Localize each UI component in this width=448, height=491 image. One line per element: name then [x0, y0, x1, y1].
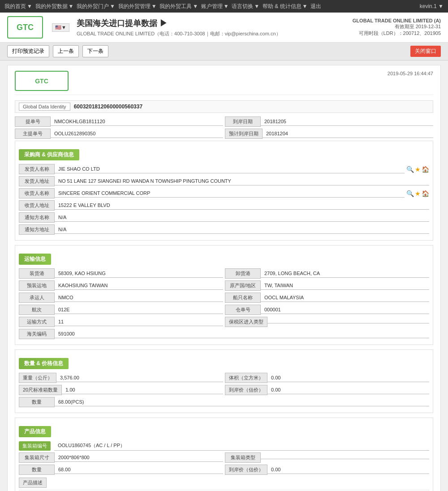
dest-port-value: 2709, LONG BEACH, CA — [261, 269, 429, 278]
consignee-search-icon[interactable]: 🔍 — [406, 190, 414, 197]
volume-label: 体积（立方米） — [225, 373, 267, 383]
nav-home[interactable]: 我的首页 — [4, 3, 26, 10]
consignee-addr-label: 收货人地址 — [19, 200, 55, 211]
weight-value: 3,576.00 — [56, 374, 223, 382]
main-content: GTC 2019-05-29 16:44:47 Global Data Iden… — [0, 60, 448, 491]
shipper-star-icon[interactable]: ★ — [415, 166, 421, 173]
place-receipt-pair: 预装运地 KAOHSIUNG TAIWAN — [19, 280, 223, 291]
consignee-addr-row: 收货人地址 15222 E VALLEY BLVD — [19, 200, 429, 211]
main-bill-value: OOLU2612890350 — [51, 129, 223, 138]
main-bill-estimated-row: 主提单号 OOLU2612890350 预计到岸日期 20181204 — [15, 129, 433, 139]
arrival-price-value: 0.00 — [267, 386, 429, 394]
weight-label: 重量（公斤） — [19, 373, 56, 383]
product-desc-label: 产品描述 — [19, 478, 47, 488]
flag-selector[interactable]: 🇺🇸 ▼ — [52, 23, 69, 32]
prev-button[interactable]: 上一条 — [53, 45, 79, 57]
container-type-value — [261, 456, 429, 459]
page-header: GTC 🇺🇸 ▼ 美国海关进口提单数据 ▶ GLOBAL TRADE ONLIN… — [0, 13, 448, 43]
voyage-label: 航次 — [19, 305, 55, 315]
container-no-label: 集装箱编号 — [19, 441, 51, 451]
arrival-date-value: 20181205 — [261, 117, 433, 126]
logo-area: GTC — [7, 16, 43, 39]
customs-code-value: 591000 — [55, 330, 429, 338]
product-desc-container: 产品描述 68 PCS=2 PLTS RICE GRIDER, LUBRICAT… — [19, 478, 429, 491]
origin-port-label: 装货港 — [19, 268, 55, 279]
close-button[interactable]: 关闭窗口 — [410, 46, 441, 57]
notify-addr-label: 通知方地址 — [19, 224, 55, 235]
volume-value: 0.00 — [267, 374, 429, 382]
weight-volume-row: 重量（公斤） 3,576.00 体积（立方米） 0.00 — [19, 373, 429, 383]
product-price-value: 0.00 — [267, 465, 429, 474]
carrier-pair: 承运人 NMCO — [19, 293, 223, 303]
container20-pair: 20尺标准箱数量 1.00 — [19, 385, 223, 395]
buyer-supplier-header: 采购商 & 供应商信息 — [19, 149, 79, 160]
bill-no-value: NMCOKHLGB1811120 — [51, 117, 223, 126]
container-size-type-row: 集装箱尺寸 2000*806*800 集装箱类型 — [19, 452, 429, 463]
company-logo: GTC — [7, 16, 43, 39]
shipper-addr-row: 发货人地址 NO 51 LANE 127 SIANGNEI RD WANDA N… — [19, 176, 429, 186]
nav-logout[interactable]: 退出 — [310, 3, 321, 10]
consignee-home-icon[interactable]: 🏠 — [422, 190, 429, 197]
quantity-price-section: 数量 & 价格信息 重量（公斤） 3,576.00 体积（立方米） 0.00 2… — [15, 349, 433, 413]
top-navigation: 我的首页 ▼ 我的外贸数据 ▼ 我的外贸门户 ▼ 我的外贸管理 ▼ 我的外贸工具… — [0, 0, 448, 13]
transport-bonded-row: 运输方式 11 保税区进入类型 — [19, 317, 429, 327]
dest-port-pair: 卸货港 2709, LONG BEACH, CA — [225, 268, 429, 279]
origin-country-label: 原产国/地区 — [225, 280, 261, 291]
bonded-label: 保税区进入类型 — [225, 317, 267, 327]
user-menu[interactable]: kevin.1 ▼ — [420, 3, 444, 9]
estimated-date-pair: 预计到岸日期 20181204 — [225, 129, 433, 139]
consignee-name-value: SINCERE ORIENT COMMERCIAL CORP — [55, 189, 405, 198]
nav-management[interactable]: 我的外贸管理 — [118, 3, 151, 10]
next-button[interactable]: 下一条 — [82, 45, 108, 57]
product-qty-pair: 数量 68.00 — [19, 465, 223, 475]
place-receipt-label: 预装运地 — [19, 280, 55, 291]
carrier-label: 承运人 — [19, 293, 55, 303]
transport-mode-label: 运输方式 — [19, 317, 55, 327]
product-section: 产品信息 集装箱编号 OOLU1860745（AC / L / PP） 集装箱尺… — [15, 418, 433, 491]
notify-addr-value: N/A — [55, 225, 429, 234]
nav-help[interactable]: 帮助 & 统计信息 — [263, 3, 302, 10]
bonded-pair: 保税区进入类型 — [225, 317, 429, 327]
voyage-manifest-row: 航次 012E 仓单号 000001 — [19, 305, 429, 315]
header-contact: GLOBAL TRADE ONLINE LIMITED（电话：400-710-3… — [77, 30, 353, 37]
notify-name-label: 通知方名称 — [19, 212, 55, 223]
arrival-price-pair: 到岸价（估价） 0.00 — [225, 385, 429, 395]
transport-mode-value: 11 — [55, 318, 223, 326]
arrival-price-label: 到岸价（估价） — [225, 385, 267, 395]
product-header: 产品信息 — [19, 426, 51, 437]
nav-trade-data[interactable]: 我的外贸数据 — [35, 3, 68, 10]
nav-tools[interactable]: 我的外贸工具 — [159, 3, 192, 10]
shipper-home-icon[interactable]: 🏠 — [422, 166, 429, 173]
product-qty-price-row: 数量 68.00 到岸价（估价） 0.00 — [19, 465, 429, 475]
product-price-pair: 到岸价（估价） 0.00 — [225, 465, 429, 475]
nav-account[interactable]: 账户管理 — [201, 3, 223, 10]
buyer-supplier-section: 采购商 & 供应商信息 发货人名称 JIE SHAO CO LTD 🔍 ★ 🏠 … — [15, 141, 433, 241]
container-type-pair: 集装箱类型 — [225, 452, 429, 463]
nav-portal[interactable]: 我的外贸门户 — [77, 3, 109, 10]
container-size-value: 2000*806*800 — [55, 453, 223, 462]
arrival-date-label: 到岸日期 — [225, 116, 261, 127]
consignee-star-icon[interactable]: ★ — [415, 190, 421, 197]
voyage-value: 012E — [55, 306, 223, 314]
doc-logo: GTC — [15, 71, 69, 91]
container-type-label: 集装箱类型 — [225, 452, 261, 463]
estimated-date-label: 预计到岸日期 — [225, 129, 263, 139]
doc-timestamp: 2019-05-29 16:44:47 — [388, 71, 433, 76]
vessel-pair: 船只名称 OOCL MALAYSIA — [225, 293, 429, 303]
flag-arrow: ▼ — [61, 25, 66, 30]
shipper-icons: 🔍 ★ 🏠 — [406, 166, 429, 173]
shipper-name-label: 发货人名称 — [19, 164, 55, 174]
shipper-addr-label: 发货人地址 — [19, 176, 55, 186]
shipper-search-icon[interactable]: 🔍 — [406, 166, 414, 173]
header-center: 美国海关进口提单数据 ▶ GLOBAL TRADE ONLINE LIMITED… — [77, 18, 353, 37]
header-right: GLOBAL TRADE ONLINE LIMITED (A) 有效期至 201… — [353, 18, 441, 37]
notify-name-row: 通知方名称 N/A — [19, 212, 429, 223]
container-no-row: 集装箱编号 OOLU1860745（AC / L / PP） — [19, 441, 429, 451]
container-size-pair: 集装箱尺寸 2000*806*800 — [19, 452, 223, 463]
nav-language[interactable]: 语言切换 — [232, 3, 253, 10]
quantity-price-header: 数量 & 价格信息 — [19, 358, 69, 369]
origin-country-value: TW, TAIWAN — [261, 281, 429, 290]
page-title: 美国海关进口提单数据 ▶ — [77, 18, 353, 29]
print-button[interactable]: 打印预览记录 — [7, 45, 49, 57]
product-qty-value: 68.00 — [55, 465, 223, 474]
